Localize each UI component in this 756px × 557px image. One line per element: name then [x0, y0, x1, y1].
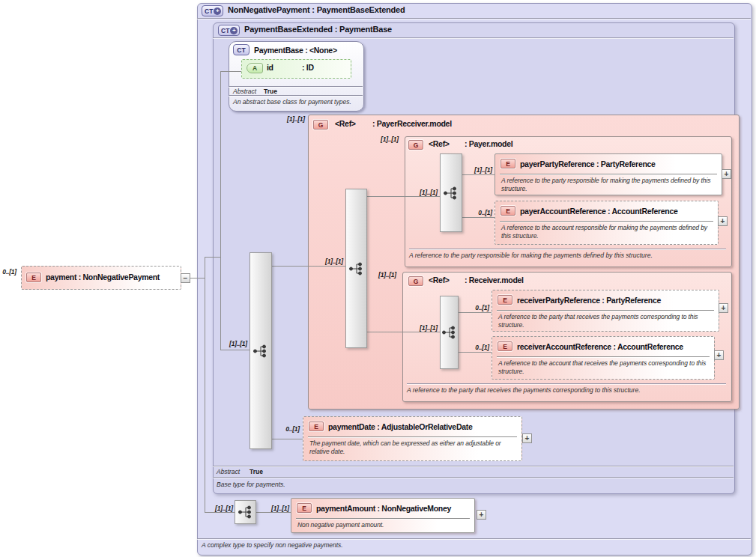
expand-button[interactable]: +	[522, 433, 532, 443]
connector-attribute	[220, 71, 241, 72]
group-badge: G	[313, 120, 328, 130]
cardinality-receiver-seq: [1]..[1]	[411, 324, 438, 332]
sequence-bar-paymentbase	[250, 252, 272, 449]
collapse-button[interactable]: −	[181, 273, 190, 283]
complextype-badge-label: CT	[221, 27, 229, 34]
pb-abstract-separator-bottom	[229, 95, 363, 96]
attribute-badge: A	[247, 63, 263, 73]
complextype-badge: CT	[233, 44, 250, 55]
expand-button[interactable]: +	[718, 216, 728, 226]
cardinality-payment: 0..[1]	[0, 268, 16, 276]
cardinality-receiver-group: [1]..[1]	[369, 271, 396, 278]
connector-prseq-to-receiverseq	[367, 332, 440, 332]
expand-button[interactable]: +	[714, 350, 724, 360]
element-badge: E	[498, 341, 512, 351]
connector-payeraccount	[462, 217, 495, 218]
connector-spine-extension	[205, 257, 205, 513]
attribute-badge-label: A	[252, 64, 257, 72]
connector-seq-to-paymentdate	[272, 439, 303, 439]
payment-title: payment : NonNegativePayment	[46, 273, 160, 281]
payerreceiver-group-type: : PayerReceiver.model	[372, 119, 452, 128]
group-badge-label: G	[414, 141, 419, 149]
element-badge: E	[501, 206, 515, 216]
paymentamount-doc: Non negative payment amount.	[297, 521, 470, 529]
sequence-icon	[443, 186, 459, 200]
receiver-group-name: <Ref>	[429, 276, 450, 284]
root-type-doc: A complex type to specify non negative p…	[202, 541, 343, 549]
element-badge: E	[501, 159, 515, 168]
receiver-group-doc: A reference to the party that receives t…	[407, 386, 641, 394]
group-badge: G	[408, 276, 423, 286]
payerpartyreference-title: payerPartyReference : PartyReference	[520, 159, 656, 168]
element-box-paymentamount[interactable]: E paymentAmount : NonNegativeMoney Non n…	[291, 498, 475, 533]
connector-spine-base	[220, 71, 221, 350]
connector-payment	[190, 278, 205, 278]
sequence-icon	[252, 344, 269, 358]
connector-receiverparty	[459, 312, 492, 313]
group-badge-label: G	[414, 278, 419, 285]
element-badge-label: E	[314, 423, 318, 430]
expand-button[interactable]: +	[477, 510, 486, 520]
receiverpartyreference-title: receiverPartyReference : PartyReference	[517, 296, 661, 305]
cardinality-payeraccount: 0..[1]	[468, 209, 492, 216]
cardinality-receiverparty: 0..[1]	[465, 304, 489, 311]
payerreceiver-group-name: <Ref>	[335, 119, 356, 128]
cardinality-payerreceiver-seq: [1]..[1]	[316, 258, 343, 265]
attribute-type: : ID	[302, 63, 314, 72]
payeraccountreference-doc: A reference to the account responsible f…	[501, 224, 713, 240]
element-box-payerpartyreference[interactable]: E payerPartyReference : PartyReference A…	[495, 153, 722, 195]
abstract-label: Abstract	[233, 88, 256, 95]
pbe-abstract-separator-bottom	[213, 477, 734, 478]
payer-group-doc: A reference to the party responsible for…	[409, 252, 653, 259]
pbe-abstract-separator-top	[213, 466, 734, 466]
expand-button[interactable]: +	[722, 169, 731, 179]
element-separator	[497, 356, 710, 358]
base-type-doc: An abstract base class for payment types…	[233, 98, 351, 106]
complextype-badge: CT+	[202, 5, 223, 16]
base-type-title: PaymentBase : <None>	[254, 46, 337, 55]
element-box-receiverpartyreference[interactable]: E receiverPartyReference : PartyReferenc…	[492, 290, 719, 332]
paymentamount-title: paymentAmount : NonNegativeMoney	[316, 504, 451, 513]
sequence-bar-payerreceiver	[345, 189, 367, 348]
element-badge-label: E	[503, 343, 507, 350]
element-badge-label: E	[302, 505, 306, 512]
element-box-payment[interactable]: E payment : NonNegativePayment	[21, 266, 181, 290]
element-box-payeraccountreference[interactable]: E payerAccountReference : AccountReferen…	[495, 201, 719, 245]
cardinality-payer-seq: [1]..[1]	[411, 189, 438, 196]
expand-button[interactable]: +	[719, 303, 728, 313]
complextype-badge: CT+	[218, 25, 240, 36]
root-footer-separator	[197, 538, 751, 539]
root-type-title: NonNegativePayment : PaymentBaseExtended	[228, 5, 405, 14]
cardinality-payerreceiver-group: [1]..[1]	[278, 115, 305, 123]
payer-group-type: : Payer.model	[465, 139, 512, 148]
connector-payerparty	[462, 174, 495, 175]
element-badge: E	[498, 295, 512, 305]
attribute-name: id	[267, 63, 273, 72]
connector-spine-jog	[205, 257, 221, 258]
extension-plus-icon: +	[214, 7, 221, 15]
element-box-paymentdate[interactable]: E paymentDate : AdjustableOrRelativeDate…	[303, 416, 522, 461]
payer-group-name: <Ref>	[429, 139, 450, 148]
complextype-badge-label: CT	[237, 46, 245, 54]
extended-type-title: PaymentBaseExtended : PaymentBase	[244, 25, 392, 34]
element-separator	[500, 221, 713, 222]
payer-footer-separator	[409, 249, 726, 249]
extended-type-doc: Base type for payments.	[217, 481, 285, 488]
sequence-bar-receiver	[440, 296, 459, 369]
connector-to-extension-seq	[205, 512, 235, 513]
paymentdate-title: paymentDate : AdjustableOrRelativeDate	[328, 422, 472, 431]
cardinality-base-seq: [1]..[1]	[220, 340, 247, 347]
connector-base-to-seq	[220, 350, 250, 350]
receiverpartyreference-doc: A reference to the party that receives t…	[498, 313, 714, 329]
element-badge: E	[309, 421, 324, 431]
cardinality-payer-group: [1]..[1]	[372, 136, 399, 143]
cardinality-receiveraccount: 0..[1]	[465, 344, 489, 351]
payerpartyreference-doc: A reference to the party responsible for…	[501, 177, 717, 192]
schema-diagram: CT+ NonNegativePayment : PaymentBaseExte…	[0, 0, 756, 557]
receiver-footer-separator	[407, 383, 726, 384]
element-box-receiveraccountreference[interactable]: E receiverAccountReference : AccountRefe…	[492, 336, 715, 380]
abstract-label: Abstract	[217, 468, 240, 475]
connector-receiveraccount	[459, 352, 492, 353]
paymentdate-doc: The payment date, which can be expressed…	[309, 439, 517, 455]
root-header-separator	[197, 18, 751, 19]
